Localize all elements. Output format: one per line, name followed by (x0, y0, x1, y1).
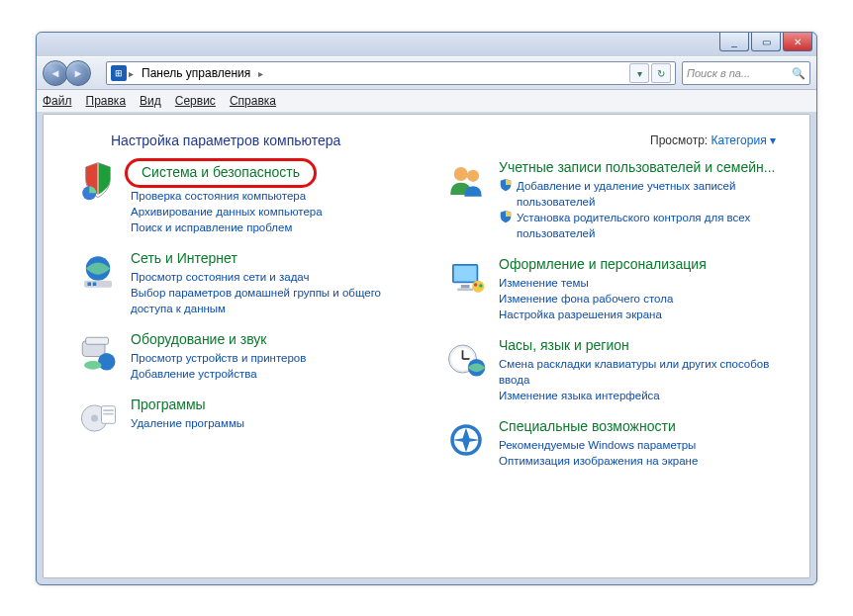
highlight-ring: Система и безопасность (125, 158, 317, 188)
category-link-hardware[interactable]: Оборудование и звук (131, 330, 267, 348)
category-network: Сеть и Интернет Просмотр состояния сети … (75, 249, 414, 316)
control-panel-icon: ⊞ (111, 65, 127, 81)
sub-link[interactable]: Добавление и удаление учетных записей по… (517, 178, 782, 210)
appearance-icon (443, 255, 489, 301)
programs-icon (75, 396, 121, 441)
svg-rect-3 (88, 283, 92, 287)
sub-link[interactable]: Установка родительского контроля для все… (517, 210, 782, 241)
shield-icon (499, 210, 513, 223)
svg-rect-13 (103, 413, 114, 415)
nav-toolbar: ◄ ► ⊞ ▸ Панель управления ▸ ▾ ↻ Поиск в … (37, 56, 816, 90)
svg-rect-12 (103, 409, 114, 411)
menu-tools[interactable]: Сервис (175, 94, 216, 108)
category-link-system[interactable]: Система и безопасность (142, 163, 300, 181)
view-selector: Просмотр: Категория ▾ (650, 133, 776, 147)
menu-view[interactable]: Вид (140, 94, 161, 108)
sub-link[interactable]: Удаление программы (131, 415, 414, 431)
sub-link[interactable]: Изменение языка интерфейса (499, 388, 782, 403)
menu-edit[interactable]: Правка (86, 94, 127, 108)
content-area: Настройка параметров компьютера Просмотр… (43, 114, 810, 578)
svg-point-10 (91, 415, 98, 422)
svg-point-21 (474, 283, 478, 287)
titlebar: _ ▭ ✕ (37, 33, 816, 56)
menu-help[interactable]: Справка (230, 94, 276, 108)
sub-link[interactable]: Оптимизация изображения на экране (499, 453, 782, 469)
crumb-sep-icon: ▸ (127, 68, 136, 79)
svg-rect-19 (457, 289, 473, 292)
search-icon: 🔍 (792, 67, 806, 80)
menu-file[interactable]: Файл (43, 94, 72, 108)
category-link-users[interactable]: Учетные записи пользователей и семейн... (499, 158, 775, 176)
category-clock-lang: Часы, язык и регион Смена раскладки клав… (443, 336, 782, 403)
hardware-icon (75, 330, 121, 376)
sub-link[interactable]: Просмотр состояния сети и задач (131, 269, 414, 285)
category-link-appearance[interactable]: Оформление и персонализация (499, 255, 707, 273)
address-dropdown[interactable]: ▾ (629, 63, 649, 83)
category-programs: Программы Удаление программы (75, 396, 414, 441)
category-link-clock[interactable]: Часы, язык и регион (499, 336, 629, 354)
view-dropdown[interactable]: Категория ▾ (711, 133, 776, 147)
search-placeholder: Поиск в па... (687, 67, 750, 79)
category-column-left: Система и безопасность Проверка состояни… (75, 158, 414, 483)
svg-point-20 (472, 281, 484, 293)
svg-rect-17 (454, 266, 477, 282)
view-label: Просмотр: (650, 133, 708, 147)
network-icon (75, 249, 121, 295)
sub-link[interactable]: Выбор параметров домашней группы и общег… (131, 285, 414, 316)
category-appearance: Оформление и персонализация Изменение те… (443, 255, 782, 322)
sub-link[interactable]: Поиск и исправление проблем (131, 220, 414, 235)
category-column-right: Учетные записи пользователей и семейн...… (443, 158, 782, 483)
search-input[interactable]: Поиск в па... 🔍 (682, 61, 810, 85)
sub-link[interactable]: Проверка состояния компьютера (131, 188, 414, 204)
svg-rect-4 (93, 283, 97, 287)
sub-link[interactable]: Смена раскладки клавиатуры или других сп… (499, 356, 782, 388)
svg-point-15 (467, 170, 479, 182)
category-link-ease[interactable]: Специальные возможности (499, 417, 676, 435)
shield-icon (499, 178, 513, 192)
sub-link[interactable]: Изменение темы (499, 275, 782, 291)
svg-rect-6 (86, 337, 109, 344)
sub-link[interactable]: Настройка разрешения экрана (499, 307, 782, 322)
page-title: Настройка параметров компьютера (111, 132, 340, 148)
refresh-button[interactable]: ↻ (651, 63, 671, 83)
menubar: Файл Правка Вид Сервис Справка (37, 90, 816, 113)
forward-button[interactable]: ► (65, 60, 91, 86)
breadcrumb-root[interactable]: Панель управления (136, 66, 256, 80)
ease-of-access-icon (443, 417, 489, 463)
svg-point-22 (479, 284, 483, 288)
svg-point-8 (84, 361, 102, 370)
category-link-network[interactable]: Сеть и Интернет (131, 249, 237, 267)
svg-point-14 (454, 167, 468, 181)
crumb-sep-icon: ▸ (256, 68, 265, 79)
category-link-programs[interactable]: Программы (131, 396, 206, 413)
svg-rect-18 (461, 285, 470, 289)
category-hardware: Оборудование и звук Просмотр устройств и… (75, 330, 414, 382)
category-ease: Специальные возможности Рекомендуемые Wi… (443, 417, 782, 469)
maximize-button[interactable]: ▭ (751, 33, 781, 51)
svg-point-7 (98, 353, 116, 371)
address-bar[interactable]: ⊞ ▸ Панель управления ▸ ▾ ↻ (106, 61, 676, 85)
users-icon (443, 158, 489, 204)
sub-link[interactable]: Добавление устройства (131, 366, 414, 382)
window-frame: _ ▭ ✕ ◄ ► ⊞ ▸ Панель управления ▸ ▾ ↻ По… (36, 32, 817, 585)
clock-icon (443, 336, 489, 382)
category-system-security: Система и безопасность Проверка состояни… (75, 158, 414, 235)
close-button[interactable]: ✕ (783, 33, 812, 51)
system-security-icon (75, 158, 121, 204)
category-users: Учетные записи пользователей и семейн...… (443, 158, 782, 241)
sub-link[interactable]: Просмотр устройств и принтеров (131, 350, 414, 366)
sub-link[interactable]: Изменение фона рабочего стола (499, 291, 782, 307)
sub-link[interactable]: Рекомендуемые Windows параметры (499, 437, 782, 453)
nav-buttons: ◄ ► (43, 60, 98, 86)
minimize-button[interactable]: _ (719, 33, 749, 51)
sub-link[interactable]: Архивирование данных компьютера (131, 204, 414, 220)
